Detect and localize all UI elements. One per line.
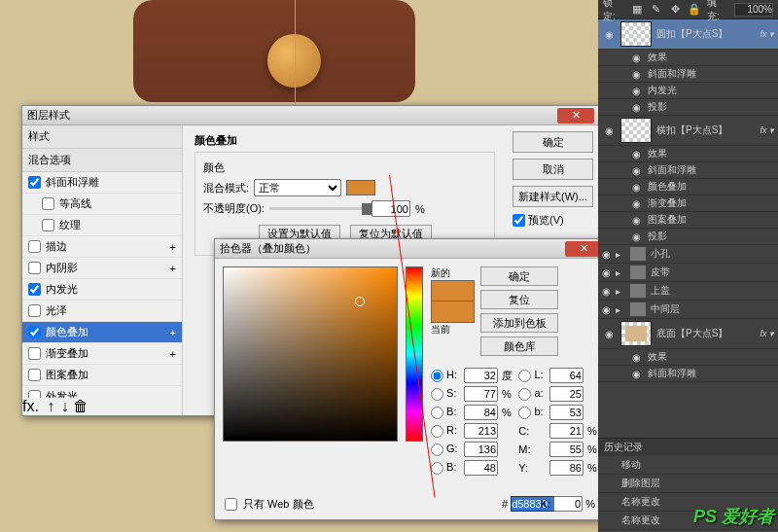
arrow-down-icon[interactable]: ↓ [61, 398, 69, 414]
effect-stroke[interactable]: 描边+ [22, 236, 182, 258]
group-row[interactable]: ◉▸中间层 [598, 301, 778, 319]
effect-pattern-overlay-check[interactable] [28, 369, 41, 381]
trash-icon[interactable]: 🗑 [73, 398, 88, 414]
effect-inner-shadow-check[interactable] [28, 262, 41, 274]
preview-check[interactable] [513, 214, 525, 227]
hue-slider[interactable] [406, 266, 423, 442]
effect-satin[interactable]: 光泽 [22, 301, 182, 322]
b2-radio[interactable] [518, 407, 531, 419]
lock-move-icon[interactable]: ✥ [668, 3, 682, 17]
g-input[interactable] [464, 442, 498, 457]
fill-input[interactable] [734, 3, 773, 17]
lock-transparent-icon[interactable]: ▦ [630, 3, 644, 17]
group-row[interactable]: ◉▸小孔 [598, 245, 778, 264]
fx-item[interactable]: ◉斜面和浮雕 [598, 366, 778, 382]
effect-inner-glow-check[interactable] [28, 283, 41, 296]
layer-row[interactable]: ◉ 底面【P大点S】 fx ▾ [598, 319, 778, 349]
layer-thumb[interactable] [620, 21, 652, 47]
effect-contour[interactable]: 等高线 [22, 194, 182, 215]
fx-item[interactable]: ◉效果 [598, 50, 778, 66]
effect-gradient-overlay[interactable]: 渐变叠加+ [22, 343, 182, 365]
opacity-input[interactable] [371, 200, 410, 217]
history-header[interactable]: 历史记录 [598, 439, 778, 456]
visibility-icon[interactable]: ◉ [629, 182, 643, 193]
effect-texture[interactable]: 纹理 [22, 215, 182, 236]
visibility-icon[interactable]: ◉ [602, 286, 611, 297]
c-input[interactable] [549, 423, 584, 439]
layer-thumb[interactable] [620, 321, 652, 346]
effect-bevel-check[interactable] [28, 176, 41, 189]
history-item[interactable]: 删除图层 [598, 475, 778, 493]
visibility-icon[interactable]: ◉ [629, 53, 643, 63]
effect-inner-glow[interactable]: 内发光 [22, 279, 182, 301]
visibility-icon[interactable]: ◉ [629, 86, 643, 96]
ok-button[interactable]: 确定 [480, 266, 558, 286]
color-swatch[interactable] [346, 180, 375, 195]
visibility-icon[interactable]: ◉ [629, 198, 643, 209]
color-lib-button[interactable]: 颜色库 [480, 337, 558, 356]
visibility-icon[interactable]: ◉ [602, 125, 616, 136]
h-input[interactable] [464, 368, 498, 383]
layer-thumb[interactable] [620, 118, 652, 143]
k-input[interactable] [553, 496, 583, 512]
fx-badge[interactable]: fx ▾ [760, 329, 774, 338]
a-input[interactable] [549, 386, 584, 402]
g-radio[interactable] [431, 443, 443, 456]
reset-button[interactable]: 复位 [480, 290, 558, 309]
r-radio[interactable] [431, 425, 443, 438]
new-style-button[interactable]: 新建样式(W)... [513, 186, 593, 207]
current-color-preview[interactable] [431, 301, 475, 323]
visibility-icon[interactable]: ◉ [602, 249, 611, 260]
visibility-icon[interactable]: ◉ [629, 352, 643, 363]
visibility-icon[interactable]: ◉ [629, 69, 643, 80]
fx-label[interactable]: fx [22, 398, 34, 414]
effect-satin-check[interactable] [28, 304, 41, 317]
s-radio[interactable] [431, 388, 443, 401]
h-radio[interactable] [431, 370, 443, 382]
fx-item[interactable]: ◉内发光 [598, 83, 778, 99]
layer-style-titlebar[interactable]: 图层样式 ✕ [22, 106, 599, 125]
arrow-up-icon[interactable]: ↑ [47, 398, 54, 414]
r-input[interactable] [464, 423, 498, 439]
l-radio[interactable] [518, 370, 531, 382]
group-row[interactable]: ◉▸上盖 [598, 282, 778, 301]
fx-item[interactable]: ◉斜面和浮雕 [598, 66, 778, 83]
color-picker-titlebar[interactable]: 拾色器（叠加颜色） ✕ [215, 239, 607, 259]
expand-icon[interactable]: ▸ [616, 249, 625, 260]
y-input[interactable] [549, 460, 584, 476]
effect-color-overlay-check[interactable] [28, 326, 41, 338]
b2-input[interactable] [549, 405, 584, 420]
history-item[interactable]: 移动 [598, 456, 778, 475]
fx-item[interactable]: ◉效果 [598, 146, 778, 162]
fx-item[interactable]: ◉渐变叠加 [598, 195, 778, 212]
visibility-icon[interactable]: ◉ [629, 215, 643, 226]
a-radio[interactable] [518, 388, 531, 401]
expand-icon[interactable]: ▸ [616, 267, 625, 278]
visibility-icon[interactable]: ◉ [629, 149, 643, 160]
lock-all-icon[interactable]: 🔒 [688, 3, 701, 17]
effect-outer-glow-check[interactable] [28, 390, 41, 398]
effect-bevel[interactable]: 斜面和浮雕 [22, 172, 182, 194]
cancel-button[interactable]: 取消 [513, 159, 593, 180]
s-input[interactable] [464, 386, 498, 402]
fx-item[interactable]: ◉投影 [598, 99, 778, 116]
fx-item[interactable]: ◉斜面和浮雕 [598, 162, 778, 179]
fx-badge[interactable]: fx ▾ [760, 29, 774, 39]
add-swatch-button[interactable]: 添加到色板 [480, 313, 558, 333]
visibility-icon[interactable]: ◉ [602, 329, 616, 339]
effect-stroke-check[interactable] [28, 240, 41, 253]
expand-icon[interactable]: ▸ [616, 286, 625, 297]
close-button[interactable]: ✕ [565, 241, 602, 257]
blend-mode-select[interactable]: 正常 [254, 179, 341, 196]
b-radio[interactable] [431, 407, 443, 419]
layers-panel[interactable]: ◉ 圆扣【P大点S】 fx ▾ ◉效果 ◉斜面和浮雕 ◉内发光 ◉投影 ◉ 横扣… [598, 19, 778, 438]
blend-options-header[interactable]: 混合选项 [22, 149, 182, 172]
lock-brush-icon[interactable]: ✎ [650, 3, 663, 17]
visibility-icon[interactable]: ◉ [629, 165, 643, 176]
l-input[interactable] [549, 368, 584, 383]
effect-inner-shadow[interactable]: 内阴影+ [22, 258, 182, 279]
layer-row[interactable]: ◉ 横扣【P大点S】 fx ▾ [598, 116, 778, 146]
fx-item[interactable]: ◉颜色叠加 [598, 179, 778, 195]
close-button[interactable]: ✕ [557, 108, 594, 124]
fx-item[interactable]: ◉效果 [598, 349, 778, 366]
